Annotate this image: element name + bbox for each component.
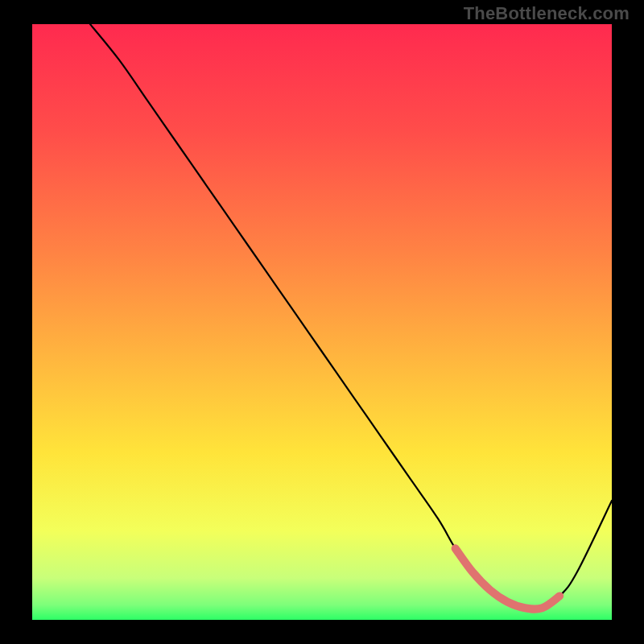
chart-svg [32,24,612,620]
gradient-background [32,24,612,620]
plot-area [32,24,612,620]
watermark-text: TheBottleneck.com [464,3,630,24]
chart-container: TheBottleneck.com [0,0,644,644]
